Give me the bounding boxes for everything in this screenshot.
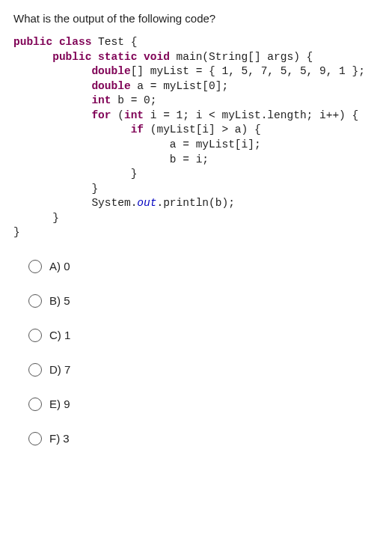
option-label: D) 7 [49, 363, 70, 376]
option-label: B) 5 [49, 294, 70, 307]
code-keyword: if [13, 124, 144, 136]
question-prompt: What is the output of the following code… [13, 12, 379, 25]
option-a[interactable]: A) 0 [28, 260, 379, 273]
option-label: F) 3 [49, 432, 70, 445]
code-text: b = 0; [111, 94, 157, 106]
answer-options: A) 0 B) 5 C) 1 D) 7 E) 9 F) 3 [13, 260, 379, 445]
option-e[interactable]: E) 9 [28, 398, 379, 411]
code-text: b = i; [13, 153, 209, 165]
option-d[interactable]: D) 7 [28, 363, 379, 377]
code-text: .println(b); [156, 197, 234, 209]
code-text: } [13, 212, 59, 224]
option-label: A) 0 [49, 260, 70, 273]
code-text: ( [111, 109, 124, 121]
code-text: a = myList[i]; [13, 138, 261, 150]
option-f[interactable]: F) 3 [28, 432, 379, 445]
code-text: } [13, 226, 20, 238]
option-label: E) 9 [49, 398, 70, 410]
radio-icon [28, 432, 42, 445]
code-text: } [13, 183, 98, 195]
code-text: } [13, 168, 137, 180]
option-c[interactable]: C) 1 [28, 329, 379, 342]
code-snippet: public class Test { public static void m… [13, 35, 379, 240]
code-text: i = 1; i < myList.length; i++) { [144, 109, 358, 121]
option-b[interactable]: B) 5 [28, 294, 379, 308]
code-text: System. [13, 197, 137, 209]
code-text: a = myList[0]; [131, 80, 229, 92]
code-keyword: double [13, 65, 131, 77]
radio-icon [28, 398, 42, 411]
radio-icon [28, 329, 42, 342]
radio-icon [28, 294, 42, 308]
code-static-field: out [137, 197, 156, 209]
code-text: main(String[] args) { [170, 51, 313, 63]
code-keyword: for [13, 109, 111, 121]
code-keyword: int [13, 94, 111, 106]
radio-icon [28, 363, 42, 377]
code-text: (myList[i] > a) { [144, 124, 261, 136]
code-text: Test { [91, 36, 137, 48]
code-text: [] myList = { 1, 5, 7, 5, 5, 9, 1 }; [131, 65, 365, 77]
code-keyword: double [13, 80, 131, 92]
code-keyword: public static void [13, 51, 170, 63]
radio-icon [28, 260, 42, 273]
option-label: C) 1 [49, 329, 70, 341]
code-keyword: public class [13, 36, 91, 48]
code-keyword: int [124, 109, 144, 121]
